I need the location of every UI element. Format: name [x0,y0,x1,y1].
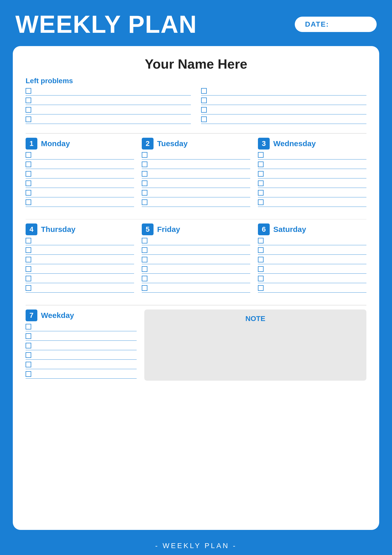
checkbox[interactable] [26,88,31,94]
note-block[interactable]: NOTE [144,309,366,381]
checkbox[interactable] [26,152,31,158]
item-line[interactable] [266,190,366,195]
checkbox[interactable] [26,199,31,205]
checkbox[interactable] [26,247,31,253]
problem-line[interactable] [34,89,191,93]
item-line[interactable] [266,248,366,252]
checkbox[interactable] [142,199,147,205]
checkbox[interactable] [26,107,31,113]
item-line[interactable] [266,172,366,176]
checkbox[interactable] [201,98,207,103]
item-line[interactable] [266,181,366,186]
checkbox[interactable] [258,180,264,186]
checkbox[interactable] [201,116,207,122]
item-line[interactable] [150,248,250,252]
checkbox[interactable] [26,190,31,196]
checkbox[interactable] [258,190,264,196]
item-line[interactable] [34,200,134,205]
item-line[interactable] [34,267,134,271]
item-line[interactable] [34,286,134,290]
item-line[interactable] [34,372,137,376]
problem-line[interactable] [34,98,191,103]
checkbox[interactable] [258,247,264,253]
problem-line[interactable] [209,117,366,122]
item-line[interactable] [150,267,250,271]
problem-line[interactable] [209,108,366,112]
problem-line[interactable] [34,108,191,112]
checkbox[interactable] [258,199,264,205]
item-line[interactable] [150,286,250,290]
item-line[interactable] [150,238,250,243]
item-line[interactable] [34,276,134,281]
checkbox[interactable] [201,107,207,113]
checkbox[interactable] [26,276,31,281]
item-line[interactable] [150,162,250,167]
checkbox[interactable] [26,98,31,103]
checkbox[interactable] [258,171,264,177]
item-line[interactable] [150,257,250,262]
item-line[interactable] [34,324,137,329]
item-line[interactable] [34,190,134,195]
checkbox[interactable] [26,171,31,177]
item-line[interactable] [34,353,137,357]
checkbox[interactable] [26,238,31,243]
item-line[interactable] [266,276,366,281]
item-line[interactable] [34,238,134,243]
item-line[interactable] [266,200,366,205]
checkbox[interactable] [26,285,31,291]
checkbox[interactable] [142,257,147,262]
item-line[interactable] [34,334,137,338]
checkbox[interactable] [142,162,147,167]
checkbox[interactable] [142,238,147,243]
checkbox[interactable] [142,266,147,272]
item-line[interactable] [150,172,250,176]
item-line[interactable] [34,162,134,167]
checkbox[interactable] [258,238,264,243]
problem-line[interactable] [34,117,191,122]
checkbox[interactable] [201,88,207,94]
item-line[interactable] [266,286,366,290]
checkbox[interactable] [142,285,147,291]
name-text[interactable]: Your Name Here [145,57,247,71]
checkbox[interactable] [26,324,31,329]
checkbox[interactable] [26,371,31,377]
item-line[interactable] [34,343,137,348]
checkbox[interactable] [26,257,31,262]
checkbox[interactable] [258,266,264,272]
checkbox[interactable] [26,343,31,348]
item-line[interactable] [150,200,250,205]
item-line[interactable] [150,190,250,195]
item-line[interactable] [266,238,366,243]
item-line[interactable] [150,276,250,281]
checkbox[interactable] [258,162,264,167]
checkbox[interactable] [142,276,147,281]
item-line[interactable] [34,257,134,262]
item-line[interactable] [266,162,366,167]
checkbox[interactable] [26,266,31,272]
checkbox[interactable] [258,257,264,262]
checkbox[interactable] [258,276,264,281]
checkbox[interactable] [26,333,31,339]
checkbox[interactable] [26,162,31,167]
checkbox[interactable] [142,247,147,253]
item-line[interactable] [34,153,134,157]
checkbox[interactable] [258,152,264,158]
item-line[interactable] [150,153,250,157]
problem-line[interactable] [209,98,366,103]
item-line[interactable] [34,362,137,367]
checkbox[interactable] [258,285,264,291]
checkbox[interactable] [26,116,31,122]
checkbox[interactable] [26,352,31,358]
checkbox[interactable] [26,180,31,186]
checkbox[interactable] [142,171,147,177]
checkbox[interactable] [142,180,147,186]
item-line[interactable] [266,267,366,271]
checkbox[interactable] [142,152,147,158]
item-line[interactable] [34,181,134,186]
checkbox[interactable] [26,362,31,367]
item-line[interactable] [266,257,366,262]
item-line[interactable] [150,181,250,186]
problem-line[interactable] [209,89,366,93]
item-line[interactable] [266,153,366,157]
item-line[interactable] [34,248,134,252]
